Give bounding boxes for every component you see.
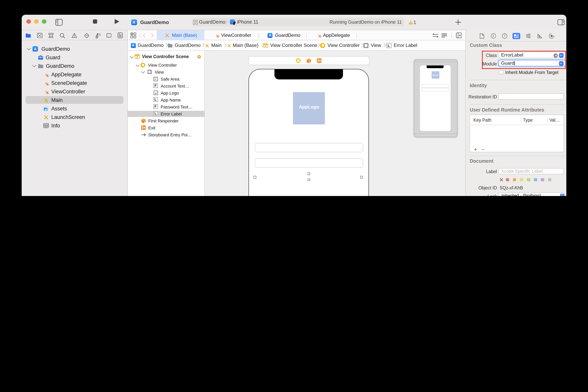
svg-text:?: ? — [504, 34, 506, 38]
svg-text:1: 1 — [309, 60, 310, 63]
svg-text:1: 1 — [144, 121, 145, 123]
